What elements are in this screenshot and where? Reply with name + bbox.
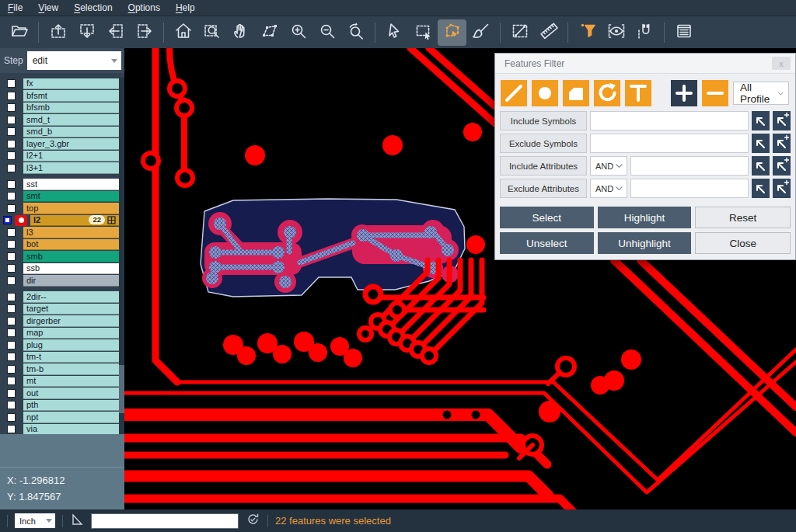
line-tool-button[interactable] [501,80,527,106]
layer-name[interactable]: ssb [23,263,119,275]
layer-row-dirgerber[interactable]: dirgerber [0,315,119,328]
layer-row-sst[interactable]: sst [0,179,119,191]
minus-tool-button[interactable] [702,80,728,106]
layer-checkbox[interactable] [7,293,16,301]
layer-checkbox[interactable] [7,116,16,124]
zoom-previous-button[interactable] [341,19,370,46]
layer-checkbox[interactable] [7,341,16,349]
layer-row-top[interactable]: top [0,203,119,215]
layer-row-pth[interactable]: pth [0,399,119,412]
layer-row-target[interactable]: target [0,303,119,315]
layer-checkbox[interactable] [7,252,16,261]
layer-name[interactable]: tm-t [23,352,119,363]
menu-view[interactable]: View [38,2,58,13]
angle-measure-icon[interactable] [70,513,84,530]
layer-name[interactable]: smt [23,191,119,203]
layer-name[interactable]: map [23,328,119,339]
layer-checkbox[interactable] [7,180,16,189]
zoom-in-button[interactable] [284,19,312,46]
layer-name[interactable]: tm-b [23,363,119,375]
filter-input[interactable] [590,134,749,153]
layer-name[interactable]: dir [23,275,119,287]
layer-checkbox[interactable] [7,377,16,385]
logic-select[interactable]: AND [590,179,627,198]
layer-row-tm-b[interactable]: tm-b [0,363,119,376]
highlight-brush-button[interactable] [466,19,495,46]
shift-left-button[interactable] [101,19,130,46]
layer-name[interactable]: smd_t [23,114,119,126]
scrollbar-thumb[interactable] [119,365,124,413]
dialog-titlebar[interactable]: Features Filter x [495,54,795,74]
layer-name[interactable]: via [23,424,119,436]
filter-input[interactable] [590,111,749,130]
layer-row-bot[interactable]: bot [0,238,119,251]
layer-row-smb[interactable]: smb [0,251,119,263]
layer-checkbox[interactable] [7,240,16,249]
layer-row-dir[interactable]: dir [0,275,119,287]
zoom-out-button[interactable] [312,19,341,46]
include-attributes-button[interactable]: Include Attributes [500,156,587,176]
filter-input[interactable] [630,179,749,198]
layer-row-plug[interactable]: plug [0,339,119,352]
highlight-button[interactable]: Highlight [598,207,692,228]
layer-name[interactable]: out [23,388,119,399]
profile-select[interactable]: All Profile [733,82,789,105]
shift-up-button[interactable] [44,19,72,46]
rectangle-select-button[interactable] [409,19,438,46]
unhighlight-button[interactable]: Unhighlight [598,232,692,254]
layer-row-l3+1[interactable]: l3+1 [0,162,119,175]
layer-checkbox[interactable] [7,329,16,337]
unselect-button[interactable]: Unselect [500,232,594,254]
layer-name[interactable]: 2dir-- [23,291,119,303]
layer-scrollbar[interactable] [119,78,124,435]
layer-name[interactable]: l2+1 [23,151,119,162]
layer-checkbox[interactable] [7,92,16,100]
layer-name[interactable]: layer_3.gbr [23,138,119,150]
layer-checkbox[interactable] [7,264,16,273]
layer-name[interactable]: l3 [23,227,119,238]
layers-panel-button[interactable] [669,19,698,46]
layer-name[interactable]: smb [23,251,119,263]
logic-select[interactable]: AND [590,156,627,176]
filter-input[interactable] [630,156,749,176]
layer-checkbox[interactable] [7,413,16,422]
plus-tool-button[interactable] [671,80,697,106]
menu-options[interactable]: Options [128,2,160,13]
layer-checkbox[interactable] [7,164,16,172]
layer-name[interactable]: target [23,304,119,315]
refresh-icon[interactable] [246,512,260,530]
layer-row-l2+1[interactable]: l2+1 [0,150,119,162]
pick-button[interactable] [752,111,770,130]
close-button[interactable]: Close [695,232,791,254]
exclude-symbols-button[interactable]: Exclude Symbols [500,134,587,153]
layer-row-layer_3.gbr[interactable]: layer_3.gbr [0,138,119,151]
layer-name[interactable]: pth [23,400,119,412]
layer-checkbox[interactable] [7,79,16,88]
close-icon[interactable]: x [772,57,791,70]
layer-row-smd_t[interactable]: smd_t [0,114,119,127]
layer-row-l3[interactable]: l3 [0,227,119,239]
surface-tool-button[interactable] [563,80,589,106]
layer-row-mt[interactable]: mt [0,375,119,388]
layer-checkbox[interactable] [7,389,16,398]
polygon-select-button[interactable] [438,19,466,46]
layer-row-out[interactable]: out [0,388,119,400]
layer-row-bfsmt[interactable]: bfsmt [0,90,119,103]
layer-checkbox[interactable] [7,204,16,213]
layer-checkbox[interactable] [7,140,16,148]
layer-name[interactable]: npt [23,412,119,423]
pick-add-button[interactable] [773,111,791,130]
layer-checkbox[interactable] [3,216,12,224]
menu-selection[interactable]: Selection [74,2,112,13]
layer-name[interactable]: fx [23,78,119,90]
layer-name[interactable]: mt [23,376,119,388]
layer-name[interactable]: smd_b [23,127,119,138]
arc-tool-button[interactable] [594,80,620,106]
layer-name[interactable]: dirgerber [23,315,119,327]
layer-name[interactable]: bot [23,239,119,251]
zoom-polygon-button[interactable] [255,19,284,46]
layer-checkbox[interactable] [7,401,16,409]
reset-button[interactable]: Reset [695,207,791,228]
layer-name[interactable]: l3+1 [23,162,119,174]
step-select[interactable]: edit [27,51,121,70]
